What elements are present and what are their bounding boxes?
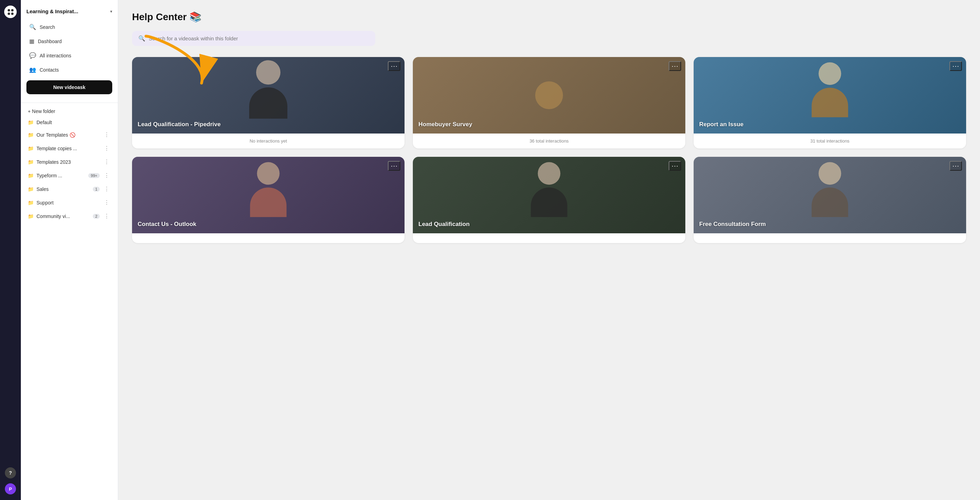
folder-more-template-copies[interactable]: ⋮ <box>102 144 111 152</box>
folder-icon: 📁 <box>28 119 34 125</box>
left-rail: ? P <box>0 0 21 500</box>
card-homebuyer-survey[interactable]: ⋯ Homebuyer Survey 36 total interactions <box>413 57 685 148</box>
card-contact-us[interactable]: ⋯ Contact Us - Outlook <box>132 157 404 243</box>
card-title-2: Report an Issue <box>699 121 744 128</box>
app-logo[interactable] <box>4 6 17 18</box>
card-title-4: Lead Qualification <box>418 221 469 228</box>
search-icon: 🔍 <box>29 24 36 30</box>
folder-name-template-copies: Template copies ... <box>37 146 100 151</box>
card-interactions-3 <box>132 233 404 243</box>
search-bar-icon: 🔍 <box>138 35 145 42</box>
folder-name-typeform: Typeform ... <box>37 173 86 178</box>
new-folder-label: + New folder <box>28 108 55 114</box>
nav-contacts[interactable]: 👥 Contacts <box>24 63 115 76</box>
folder-name-sales: Sales <box>37 186 90 192</box>
card-thumbnail-1: ⋯ Homebuyer Survey <box>413 57 685 134</box>
cards-container: ⋯ Lead Qualification - Pipedrive No inte… <box>132 57 966 243</box>
folder-icon: 📁 <box>28 186 34 192</box>
card-thumbnail-4: ⋯ Lead Qualification <box>413 157 685 233</box>
nav-dashboard[interactable]: ▦ Dashboard <box>24 34 115 48</box>
user-avatar[interactable]: P <box>5 483 16 494</box>
card-more-button-4[interactable]: ⋯ <box>669 161 681 171</box>
card-more-button-0[interactable]: ⋯ <box>388 61 400 71</box>
page-title: Help Center 📚 <box>132 11 966 22</box>
new-folder-button[interactable]: + New folder <box>24 106 115 117</box>
dashboard-icon: ▦ <box>29 38 34 45</box>
folder-item-sales[interactable]: 📁 Sales 1 ⋮ <box>24 182 115 196</box>
page-title-emoji: 📚 <box>189 11 202 22</box>
card-report-issue[interactable]: ⋯ Report an Issue 31 total interactions <box>694 57 966 148</box>
card-more-button-5[interactable]: ⋯ <box>950 161 962 171</box>
folder-item-community[interactable]: 📁 Community vi... 2 ⋮ <box>24 209 115 223</box>
folder-item-typeform[interactable]: 📁 Typeform ... 99+ ⋮ <box>24 169 115 182</box>
card-interactions-4 <box>413 233 685 243</box>
cards-grid: ⋯ Lead Qualification - Pipedrive No inte… <box>132 57 966 243</box>
folder-icon: 📁 <box>28 213 34 219</box>
card-thumbnail-0: ⋯ Lead Qualification - Pipedrive <box>132 57 404 134</box>
interactions-icon: 💬 <box>29 52 36 59</box>
search-bar: 🔍 <box>132 31 375 46</box>
nav-all-interactions-label: All interactions <box>40 53 71 59</box>
nav-search-label: Search <box>40 24 55 30</box>
folder-more-our-templates[interactable]: ⋮ <box>102 131 111 139</box>
chevron-down-icon: ▾ <box>110 9 112 14</box>
folder-more-templates-2023[interactable]: ⋮ <box>102 158 111 166</box>
help-button[interactable]: ? <box>5 467 16 478</box>
folder-icon: 📁 <box>28 159 34 165</box>
card-title-1: Homebuyer Survey <box>418 121 472 128</box>
contacts-icon: 👥 <box>29 67 36 73</box>
folder-item-support[interactable]: 📁 Support ⋮ <box>24 196 115 209</box>
folder-more-typeform[interactable]: ⋮ <box>102 171 111 180</box>
nav-dashboard-label: Dashboard <box>38 38 62 44</box>
folder-more-community[interactable]: ⋮ <box>102 212 111 220</box>
card-more-button-3[interactable]: ⋯ <box>388 161 400 171</box>
folder-badge-community: 2 <box>93 214 100 219</box>
folder-name-support: Support <box>37 200 100 205</box>
folder-name-default: Default <box>37 119 111 125</box>
nav-all-interactions[interactable]: 💬 All interactions <box>24 49 115 62</box>
folder-item-our-templates[interactable]: 📁 Our Templates 🚫 ⋮ <box>24 128 115 142</box>
folder-item-template-copies[interactable]: 📁 Template copies ... ⋮ <box>24 142 115 155</box>
card-free-consultation[interactable]: ⋯ Free Consultation Form <box>694 157 966 243</box>
folder-name-templates-2023: Templates 2023 <box>37 159 100 165</box>
card-lead-qualification-2[interactable]: ⋯ Lead Qualification <box>413 157 685 243</box>
folder-icon: 📁 <box>28 200 34 205</box>
workspace-selector[interactable]: Learning & Inspirat... ▾ <box>21 6 118 20</box>
rail-bottom: ? P <box>5 467 16 494</box>
card-thumbnail-2: ⋯ Report an Issue <box>694 57 966 134</box>
card-more-button-2[interactable]: ⋯ <box>950 61 962 71</box>
sidebar: Learning & Inspirat... ▾ 🔍 Search ▦ Dash… <box>21 0 118 500</box>
card-interactions-5 <box>694 233 966 243</box>
main-content: Help Center 📚 🔍 <box>118 0 980 500</box>
new-videoask-button[interactable]: New videoask <box>26 80 112 94</box>
search-input[interactable] <box>149 35 369 41</box>
logo-dots <box>8 9 14 15</box>
card-interactions-2: 31 total interactions <box>694 134 966 148</box>
folder-more-support[interactable]: ⋮ <box>102 199 111 207</box>
workspace-name: Learning & Inspirat... <box>26 8 78 14</box>
card-more-button-1[interactable]: ⋯ <box>669 61 681 71</box>
card-title-0: Lead Qualification - Pipedrive <box>138 121 221 128</box>
folder-item-default[interactable]: 📁 Default <box>24 117 115 128</box>
folder-name-our-templates: Our Templates 🚫 <box>37 132 100 138</box>
folder-badge-typeform: 99+ <box>88 173 100 178</box>
folder-section: + New folder 📁 Default 📁 Our Templates 🚫… <box>21 106 118 223</box>
folder-item-templates-2023[interactable]: 📁 Templates 2023 ⋮ <box>24 155 115 169</box>
folder-more-sales[interactable]: ⋮ <box>102 185 111 193</box>
folder-icon: 📁 <box>28 132 34 138</box>
card-title-3: Contact Us - Outlook <box>138 221 196 228</box>
nav-search[interactable]: 🔍 Search <box>24 20 115 34</box>
card-lead-qualification[interactable]: ⋯ Lead Qualification - Pipedrive No inte… <box>132 57 404 148</box>
card-interactions-1: 36 total interactions <box>413 134 685 148</box>
nav-contacts-label: Contacts <box>40 67 59 73</box>
folder-icon: 📁 <box>28 146 34 151</box>
folder-badge-sales: 1 <box>93 187 100 191</box>
folder-icon: 📁 <box>28 173 34 178</box>
card-title-5: Free Consultation Form <box>699 221 766 228</box>
card-thumbnail-5: ⋯ Free Consultation Form <box>694 157 966 233</box>
card-thumbnail-3: ⋯ Contact Us - Outlook <box>132 157 404 233</box>
card-interactions-0: No interactions yet <box>132 134 404 148</box>
folder-name-community: Community vi... <box>37 213 90 219</box>
